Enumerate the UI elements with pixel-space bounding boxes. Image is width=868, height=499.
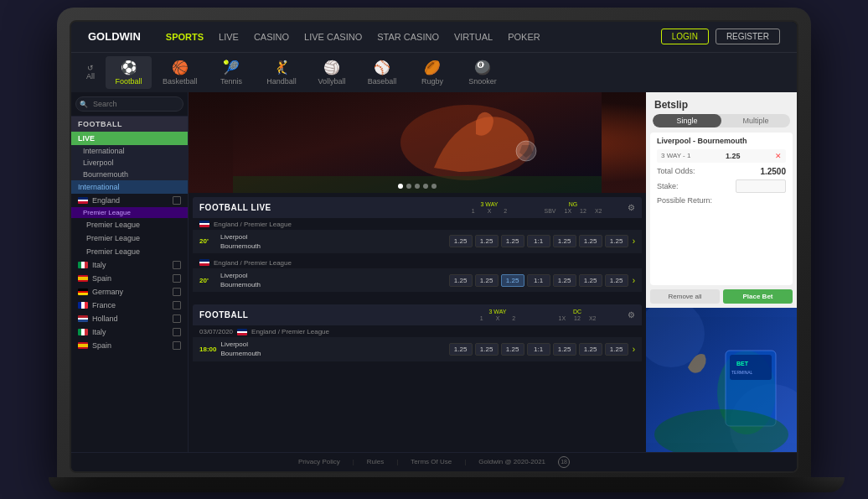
place-bet-button[interactable]: Place Bet bbox=[723, 289, 793, 304]
dot-5[interactable] bbox=[431, 184, 437, 189]
betslip-tab-multiple[interactable]: Multiple bbox=[721, 114, 790, 127]
premier-league-1[interactable]: Premier League bbox=[71, 207, 188, 218]
flag-italy bbox=[78, 262, 88, 268]
nav-buttons: LOGIN REGISTER bbox=[661, 29, 780, 44]
nav-star-casino[interactable]: STAR CASINO bbox=[377, 32, 439, 42]
odd-2-1[interactable]: 1.25 bbox=[449, 274, 473, 287]
match-2-arrow[interactable]: › bbox=[633, 276, 635, 285]
nav-sports[interactable]: SPORTS bbox=[166, 32, 204, 42]
remove-all-button[interactable]: Remove all bbox=[650, 289, 720, 304]
odd-3-2[interactable]: 1.25 bbox=[475, 343, 499, 356]
svg-text:TERMINAL: TERMINAL bbox=[731, 370, 753, 375]
login-button[interactable]: LOGIN bbox=[661, 29, 709, 44]
match-3-arrow[interactable]: › bbox=[633, 345, 635, 354]
tab-handball[interactable]: 🤾 Handball bbox=[259, 56, 305, 89]
sidebar-france[interactable]: France bbox=[71, 299, 188, 312]
sidebar-spain[interactable]: Spain bbox=[71, 272, 188, 285]
tab-all[interactable]: ↺ All bbox=[80, 60, 101, 84]
sidebar-sub-liverpool[interactable]: Liverpool bbox=[71, 157, 188, 169]
sidebar-international-active[interactable]: International bbox=[71, 180, 188, 194]
sidebar-sub-international[interactable]: International bbox=[71, 145, 188, 157]
spain-2-checkbox[interactable] bbox=[173, 341, 181, 350]
dot-2[interactable] bbox=[406, 184, 411, 189]
odd-2-5[interactable]: 1.25 bbox=[553, 274, 576, 287]
dot-3[interactable] bbox=[415, 184, 420, 189]
odd-2-4[interactable]: 1:1 bbox=[527, 274, 550, 287]
register-button[interactable]: REGISTER bbox=[716, 29, 780, 44]
odd-2-2[interactable]: 1.25 bbox=[475, 274, 499, 287]
odd-1-5[interactable]: 1.25 bbox=[553, 235, 576, 247]
match-block-3: 18:00 Liverpool Bournemouth 1.25 1.25 bbox=[193, 337, 642, 361]
holland-checkbox[interactable] bbox=[173, 314, 181, 323]
odd-2-7[interactable]: 1.25 bbox=[605, 274, 628, 287]
betslip-tab-single[interactable]: Single bbox=[653, 114, 721, 127]
odd-2-3[interactable]: 1.25 bbox=[501, 274, 524, 287]
tab-tennis[interactable]: 🎾 Tennis bbox=[209, 56, 255, 89]
selection-remove[interactable]: ✕ bbox=[775, 152, 782, 160]
spain-checkbox[interactable] bbox=[173, 274, 181, 283]
tab-baseball[interactable]: ⚾ Baseball bbox=[359, 56, 406, 89]
sidebar-italy[interactable]: Italy bbox=[71, 258, 188, 272]
dot-4[interactable] bbox=[423, 184, 428, 189]
settings-icon-football[interactable]: ⚙ bbox=[628, 310, 635, 320]
tab-basketball[interactable]: 🏀 Basketball bbox=[156, 56, 204, 89]
germany-checkbox[interactable] bbox=[173, 288, 181, 296]
odd-1-2[interactable]: 1.25 bbox=[475, 235, 499, 247]
svg-rect-9 bbox=[730, 355, 772, 380]
sidebar-italy-2[interactable]: Italy bbox=[71, 325, 188, 339]
pl-row-1[interactable]: Premier League bbox=[71, 218, 188, 231]
nav-poker[interactable]: POKER bbox=[508, 32, 540, 42]
tab-volleyball[interactable]: 🏐 Vollyball bbox=[309, 56, 355, 89]
france-checkbox[interactable] bbox=[173, 301, 181, 309]
odd-1-4[interactable]: 1:1 bbox=[527, 235, 550, 247]
odd-1-6[interactable]: 1.25 bbox=[579, 235, 602, 247]
tab-snooker[interactable]: 🎱 Snooker bbox=[460, 56, 506, 89]
sidebar-england[interactable]: England bbox=[71, 194, 188, 207]
odd-3-6[interactable]: 1.25 bbox=[579, 343, 602, 356]
odd-1-7[interactable]: 1.25 bbox=[605, 235, 628, 247]
odd-1-1[interactable]: 1.25 bbox=[449, 235, 473, 247]
sidebar-sub-bournemouth[interactable]: Bournemouth bbox=[71, 169, 188, 180]
odd-3-3[interactable]: 1.25 bbox=[501, 343, 524, 356]
football-section: FOOTBALL 3 WAY 1 X 2 bbox=[189, 300, 646, 369]
italy-2-checkbox[interactable] bbox=[173, 328, 181, 336]
pl-row-2[interactable]: Premier League bbox=[71, 231, 188, 245]
logo: GOLDWIN bbox=[88, 30, 141, 43]
tab-football[interactable]: ⚽ Football bbox=[106, 56, 152, 89]
flag-england bbox=[78, 197, 88, 204]
dot-1[interactable] bbox=[398, 184, 403, 189]
match-1-teams: Liverpool Bournemouth bbox=[220, 232, 445, 251]
odd-3-4[interactable]: 1:1 bbox=[527, 343, 550, 356]
sidebar-germany[interactable]: Germany bbox=[71, 285, 188, 299]
odd-3-1[interactable]: 1.25 bbox=[449, 343, 473, 356]
odd-2-6[interactable]: 1.25 bbox=[579, 274, 602, 287]
italy-checkbox[interactable] bbox=[173, 261, 181, 269]
sidebar-live-item[interactable]: LIVE bbox=[71, 132, 188, 145]
sidebar-spain-2[interactable]: Spain bbox=[71, 339, 188, 352]
rules[interactable]: Rules bbox=[367, 458, 384, 465]
terms-of-use[interactable]: Terms Of Use bbox=[411, 458, 452, 465]
odd-1-3[interactable]: 1.25 bbox=[501, 235, 524, 247]
nav-virtual[interactable]: VIRTUAL bbox=[454, 32, 493, 42]
odd-3-5[interactable]: 1.25 bbox=[553, 343, 576, 356]
settings-icon-live[interactable]: ⚙ bbox=[628, 203, 635, 212]
odd-3-7[interactable]: 1.25 bbox=[605, 343, 628, 356]
sidebar-holland[interactable]: Holland bbox=[71, 312, 188, 325]
nav-live[interactable]: LIVE bbox=[219, 32, 239, 42]
privacy-policy[interactable]: Privacy Policy bbox=[298, 458, 340, 465]
football-col-1x: 1X bbox=[559, 315, 566, 321]
nav-live-casino[interactable]: LIVE CASINO bbox=[304, 32, 362, 42]
holland-label: Holland bbox=[92, 314, 118, 323]
date-flag bbox=[237, 329, 247, 335]
stake-row: Stake: bbox=[657, 179, 786, 193]
match-3-teams: Liverpool Bournemouth bbox=[220, 340, 444, 358]
stake-input[interactable] bbox=[736, 179, 786, 193]
search-input[interactable] bbox=[75, 96, 183, 112]
match-1-arrow[interactable]: › bbox=[633, 237, 635, 246]
nav-casino[interactable]: CASINO bbox=[254, 32, 289, 42]
col-sbv: SBV bbox=[545, 208, 556, 214]
copyright: Goldwin @ 2020-2021 bbox=[478, 458, 545, 465]
england-checkbox[interactable] bbox=[173, 196, 181, 205]
tab-rugby[interactable]: 🏉 Rugby bbox=[410, 56, 456, 89]
pl-row-3[interactable]: Premier League bbox=[71, 245, 188, 258]
